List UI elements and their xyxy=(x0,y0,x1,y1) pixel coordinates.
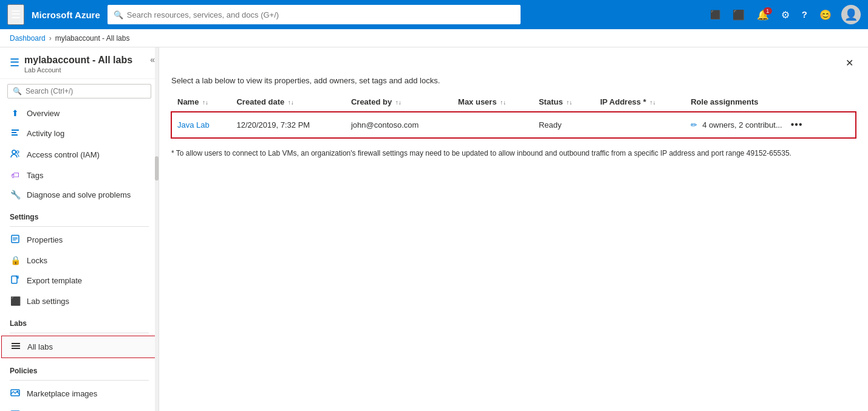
labs-table: Name ↑↓ Created date ↑↓ Created by ↑↓ xyxy=(171,92,856,138)
topbar: ☰ Microsoft Azure 🔍 ⬛ ⬛ 🔔 1 ⚙ ? 😊 👤 xyxy=(0,0,868,29)
feedback-button[interactable]: 😊 xyxy=(815,5,836,24)
cell-created-by: john@contoso.com xyxy=(345,112,452,138)
status-sort-icon[interactable]: ↑↓ xyxy=(566,99,572,106)
sidebar-item-label: Activity log xyxy=(27,129,64,138)
sidebar-scrollbar[interactable] xyxy=(155,47,159,411)
col-ip-address: IP Address * ↑↓ xyxy=(594,92,685,112)
sidebar-search-box[interactable]: 🔍 xyxy=(7,84,151,98)
col-created-date: Created date ↑↓ xyxy=(230,92,344,112)
sidebar-header: ☰ mylabaccount - All labs Lab Account « xyxy=(0,47,159,79)
user-avatar[interactable]: 👤 xyxy=(841,5,861,24)
sidebar-item-label: Properties xyxy=(27,235,63,244)
edit-icon[interactable]: ✏ xyxy=(691,120,697,130)
sidebar-item-shared-image-gallery[interactable]: Shared image gallery xyxy=(0,404,159,411)
sidebar-item-marketplace-images[interactable]: Marketplace images xyxy=(0,383,159,404)
directories-icon: ⬛ xyxy=(733,10,745,20)
hamburger-menu-button[interactable]: ☰ xyxy=(7,4,24,25)
close-button[interactable]: ✕ xyxy=(843,55,856,71)
sidebar-item-label: Overview xyxy=(27,109,60,118)
directories-button[interactable]: ⬛ xyxy=(728,5,750,24)
role-assignments-text: 4 owners, 2 contribut... xyxy=(702,120,782,130)
svg-rect-9 xyxy=(12,276,17,283)
diagnose-icon: 🔧 xyxy=(10,190,21,199)
cell-created-date: 12/20/2019, 7:32 PM xyxy=(230,112,344,138)
resource-icon: ☰ xyxy=(10,56,19,69)
terminal-icon: ⬛ xyxy=(710,10,720,19)
sidebar-item-access-control[interactable]: Access control (IAM) xyxy=(0,144,159,165)
svg-rect-1 xyxy=(12,132,16,133)
notifications-button[interactable]: 🔔 1 xyxy=(752,5,774,24)
created-by-sort-icon[interactable]: ↑↓ xyxy=(395,99,402,106)
content-area: ✕ Select a lab below to view its propert… xyxy=(159,47,868,411)
settings-section-label: Settings xyxy=(0,204,159,224)
sidebar-resource-title: mylabaccount - All labs xyxy=(24,55,132,66)
sidebar-item-label: Marketplace images xyxy=(27,389,97,398)
sidebar-item-locks[interactable]: 🔒 Locks xyxy=(0,250,159,270)
azure-logo: Microsoft Azure xyxy=(32,10,100,20)
svg-rect-13 xyxy=(12,348,20,349)
svg-rect-12 xyxy=(12,345,20,347)
settings-button[interactable]: ⚙ xyxy=(776,5,795,24)
col-name: Name ↑↓ xyxy=(171,92,230,112)
avatar-icon: 👤 xyxy=(844,8,858,21)
sidebar-item-overview[interactable]: ⬆ Overview xyxy=(0,103,159,123)
row-actions: ✏ 4 owners, 2 contribut... ••• xyxy=(691,118,850,131)
footnote: * To allow users to connect to Lab VMs, … xyxy=(159,138,868,168)
sidebar-item-label: Lab settings xyxy=(27,297,69,306)
sidebar-item-activity-log[interactable]: Activity log xyxy=(0,123,159,144)
breadcrumb-dashboard[interactable]: Dashboard xyxy=(10,34,46,43)
sidebar-item-diagnose[interactable]: 🔧 Diagnose and solve problems xyxy=(0,185,159,204)
sidebar: ☰ mylabaccount - All labs Lab Account « … xyxy=(0,47,159,411)
svg-rect-11 xyxy=(12,343,20,344)
cell-role-assignments: ✏ 4 owners, 2 contribut... ••• xyxy=(685,112,856,138)
created-date-sort-icon[interactable]: ↑↓ xyxy=(288,99,294,106)
search-icon: 🔍 xyxy=(114,10,123,19)
sidebar-resource-subtitle: Lab Account xyxy=(24,66,132,74)
table-container: Name ↑↓ Created date ↑↓ Created by ↑↓ xyxy=(159,92,868,138)
more-options-button[interactable]: ••• xyxy=(787,118,807,131)
feedback-icon: 😊 xyxy=(819,10,832,20)
activity-log-icon xyxy=(10,128,21,139)
lab-name-link[interactable]: Java Lab xyxy=(177,120,210,130)
sidebar-item-label: Export template xyxy=(27,276,82,285)
max-users-sort-icon[interactable]: ↑↓ xyxy=(500,99,506,106)
name-sort-icon[interactable]: ↑↓ xyxy=(202,99,208,106)
svg-point-3 xyxy=(12,150,16,154)
content-description: Select a lab below to view its propertie… xyxy=(159,71,868,92)
labs-divider xyxy=(10,333,149,333)
sidebar-item-tags[interactable]: 🏷 Tags xyxy=(0,165,159,185)
sidebar-item-properties[interactable]: Properties xyxy=(0,229,159,250)
col-status: Status ↑↓ xyxy=(533,92,594,112)
sidebar-item-all-labs[interactable]: All labs xyxy=(1,336,157,358)
col-created-by: Created by ↑↓ xyxy=(345,92,452,112)
svg-point-15 xyxy=(17,391,19,393)
sidebar-search-icon: 🔍 xyxy=(13,87,22,95)
cloud-shell-button[interactable]: ⬛ xyxy=(705,5,725,24)
table-row[interactable]: Java Lab 12/20/2019, 7:32 PM john@contos… xyxy=(171,112,856,138)
all-labs-icon xyxy=(10,341,21,353)
sidebar-scrollbar-thumb xyxy=(155,156,159,181)
col-max-users: Max users ↑↓ xyxy=(452,92,533,112)
svg-rect-0 xyxy=(12,130,19,131)
sidebar-search-input[interactable] xyxy=(26,87,146,95)
overview-icon: ⬆ xyxy=(10,108,21,118)
sidebar-item-label: All labs xyxy=(27,342,53,351)
sidebar-item-label: Locks xyxy=(27,256,47,265)
svg-point-4 xyxy=(16,151,19,153)
labs-section-label: Labs xyxy=(0,311,159,330)
ip-address-sort-icon[interactable]: ↑↓ xyxy=(649,99,655,106)
cell-status: Ready xyxy=(533,112,594,138)
cell-max-users xyxy=(452,112,533,138)
export-template-icon xyxy=(10,275,21,286)
sidebar-item-export-template[interactable]: Export template xyxy=(0,270,159,291)
cell-name: Java Lab xyxy=(171,112,230,138)
access-control-icon xyxy=(10,149,21,161)
topbar-actions: ⬛ ⬛ 🔔 1 ⚙ ? 😊 👤 xyxy=(705,5,861,24)
breadcrumb-separator-1: › xyxy=(49,34,52,43)
global-search-box[interactable]: 🔍 xyxy=(108,5,521,24)
locks-icon: 🔒 xyxy=(10,255,21,265)
sidebar-item-lab-settings[interactable]: ⬛ Lab settings xyxy=(0,291,159,311)
cell-ip-address xyxy=(594,112,685,138)
search-input[interactable] xyxy=(127,10,514,19)
help-button[interactable]: ? xyxy=(797,5,812,24)
